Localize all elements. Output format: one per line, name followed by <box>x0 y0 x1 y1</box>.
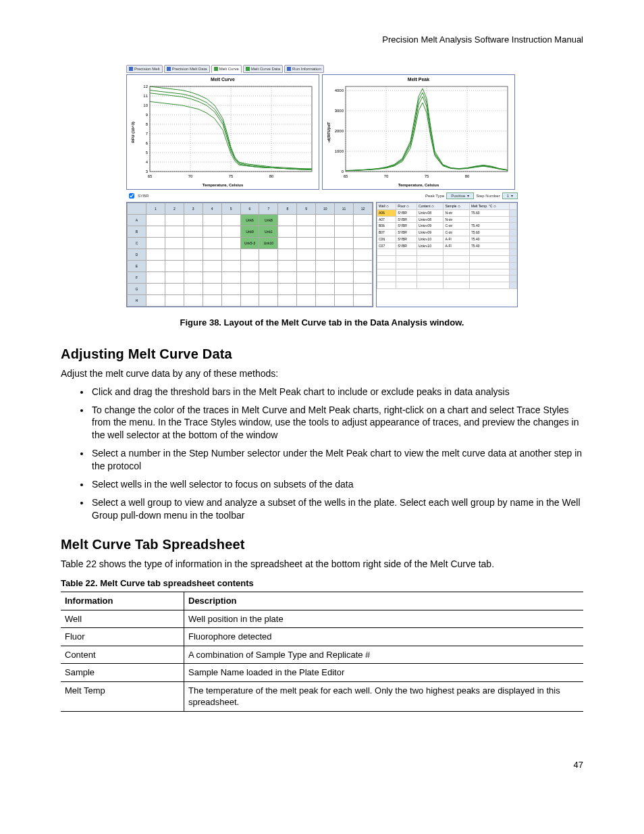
well-cell[interactable] <box>316 249 335 261</box>
well-cell[interactable] <box>316 238 335 249</box>
well-cell[interactable] <box>354 238 373 249</box>
well-cell[interactable] <box>335 226 354 238</box>
well-cell[interactable] <box>354 295 373 307</box>
well-cell[interactable] <box>297 215 316 226</box>
well-cell[interactable] <box>184 215 203 226</box>
tab-precision-melt[interactable]: Precision Melt <box>126 65 163 73</box>
well-cell[interactable] <box>354 261 373 272</box>
melt-curve-chart[interactable]: Melt Curve 657075803456789101112RFU (10^… <box>126 74 319 190</box>
tab-run-information[interactable]: Run Information <box>284 65 324 73</box>
well-cell[interactable] <box>278 249 297 261</box>
well-cell[interactable] <box>259 284 278 295</box>
well-cell[interactable] <box>184 226 203 238</box>
melt-spreadsheet[interactable]: Well ◇Fluor ◇Content ◇Sample ◇Melt Temp.… <box>376 202 518 307</box>
well-cell[interactable] <box>146 215 165 226</box>
well-cell[interactable] <box>316 284 335 295</box>
well-cell[interactable] <box>203 295 221 307</box>
well-cell[interactable] <box>354 284 373 295</box>
well-cell[interactable] <box>297 295 316 307</box>
well-cell[interactable] <box>240 295 259 307</box>
well-cell[interactable]: Unk9 <box>240 226 259 238</box>
well-cell[interactable] <box>184 284 203 295</box>
well-cell[interactable] <box>259 272 278 284</box>
well-cell[interactable] <box>165 272 184 284</box>
well-cell[interactable] <box>165 284 184 295</box>
table-row[interactable]: A06SYBRUnkn-08N-ctr75.60 <box>377 209 517 216</box>
well-cell[interactable] <box>297 261 316 272</box>
well-cell[interactable] <box>354 249 373 261</box>
well-cell[interactable] <box>335 249 354 261</box>
well-cell[interactable] <box>165 226 184 238</box>
well-cell[interactable] <box>221 261 240 272</box>
melt-peak-chart[interactable]: Melt Peak 6570758001000200030004000-d(RF… <box>322 74 515 190</box>
well-cell[interactable] <box>316 215 335 226</box>
well-cell[interactable] <box>316 295 335 307</box>
well-cell[interactable] <box>146 249 165 261</box>
well-cell[interactable] <box>259 249 278 261</box>
well-cell[interactable] <box>146 295 165 307</box>
well-cell[interactable] <box>278 238 297 249</box>
well-cell[interactable] <box>335 272 354 284</box>
well-cell[interactable] <box>203 261 221 272</box>
well-cell[interactable] <box>335 238 354 249</box>
well-cell[interactable] <box>335 215 354 226</box>
well-cell[interactable] <box>203 272 221 284</box>
well-cell[interactable] <box>278 295 297 307</box>
well-cell[interactable] <box>184 272 203 284</box>
well-cell[interactable] <box>221 272 240 284</box>
well-cell[interactable] <box>259 295 278 307</box>
well-cell[interactable] <box>335 284 354 295</box>
peak-type-dropdown[interactable]: Positive▾ <box>446 192 474 199</box>
well-cell[interactable] <box>297 226 316 238</box>
well-cell[interactable] <box>146 284 165 295</box>
well-cell[interactable] <box>259 261 278 272</box>
well-cell[interactable] <box>146 238 165 249</box>
well-cell[interactable]: Unk10 <box>259 238 278 249</box>
well-cell[interactable] <box>240 272 259 284</box>
tab-melt-curve[interactable]: Melt Curve <box>211 65 242 73</box>
table-row[interactable]: B06SYBRUnkn-09C-ctr75.40 <box>377 223 517 230</box>
well-cell[interactable] <box>354 215 373 226</box>
well-cell[interactable] <box>146 261 165 272</box>
well-cell[interactable] <box>297 249 316 261</box>
well-cell[interactable] <box>203 238 221 249</box>
well-cell[interactable] <box>335 261 354 272</box>
well-cell[interactable] <box>165 215 184 226</box>
well-cell[interactable] <box>165 295 184 307</box>
well-cell[interactable] <box>221 284 240 295</box>
well-cell[interactable] <box>316 261 335 272</box>
table-row[interactable]: B07SYBRUnkn-09C-ctr75.60 <box>377 230 517 236</box>
table-row[interactable]: C07SYBRUnkn-10A-Fl75.40 <box>377 242 517 249</box>
well-cell[interactable] <box>297 272 316 284</box>
well-cell[interactable] <box>221 295 240 307</box>
well-cell[interactable] <box>221 238 240 249</box>
well-selector-plate[interactable]: 123456789101112AUnk6Unk8BUnk9Unk1CUnk5-3… <box>126 202 373 307</box>
well-cell[interactable] <box>146 226 165 238</box>
well-cell[interactable] <box>240 284 259 295</box>
well-cell[interactable] <box>203 249 221 261</box>
tab-precision-melt-data[interactable]: Precision Melt Data <box>164 65 210 73</box>
well-cell[interactable] <box>354 226 373 238</box>
sybr-checkbox[interactable] <box>129 193 134 199</box>
well-cell[interactable] <box>278 272 297 284</box>
well-cell[interactable] <box>335 295 354 307</box>
well-cell[interactable] <box>240 261 259 272</box>
well-cell[interactable] <box>316 226 335 238</box>
well-cell[interactable] <box>278 261 297 272</box>
well-cell[interactable] <box>165 261 184 272</box>
well-cell[interactable] <box>221 226 240 238</box>
well-cell[interactable]: Unk6 <box>240 215 259 226</box>
well-cell[interactable] <box>278 215 297 226</box>
well-cell[interactable] <box>297 284 316 295</box>
well-cell[interactable] <box>240 249 259 261</box>
well-cell[interactable] <box>278 284 297 295</box>
well-cell[interactable] <box>184 261 203 272</box>
well-cell[interactable] <box>165 238 184 249</box>
well-cell[interactable] <box>278 226 297 238</box>
well-cell[interactable] <box>203 215 221 226</box>
well-cell[interactable]: Unk1 <box>259 226 278 238</box>
well-cell[interactable]: Unk5-3 <box>240 238 259 249</box>
table-row[interactable]: A07SYBRUnkn-08N-ctr <box>377 216 517 223</box>
table-row[interactable]: C06SYBRUnkn-10A-Fl75.40 <box>377 236 517 242</box>
well-cell[interactable] <box>146 272 165 284</box>
